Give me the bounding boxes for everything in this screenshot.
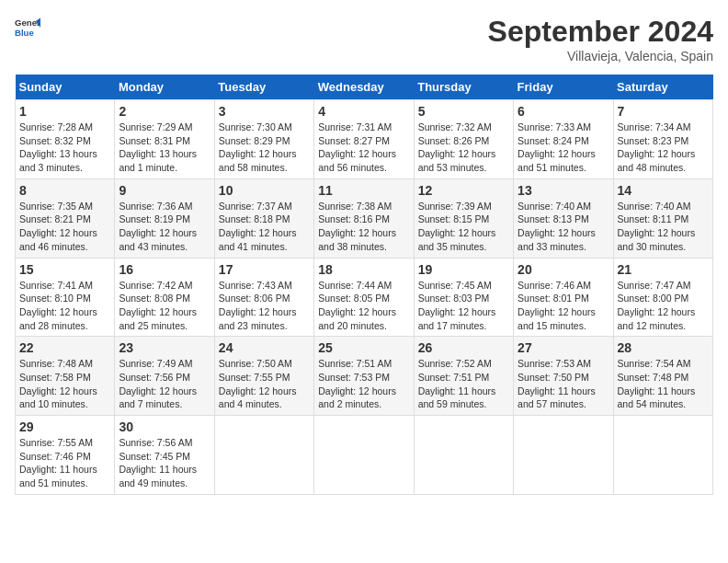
table-row: 12 Sunrise: 7:39 AM Sunset: 8:15 PM Dayl…: [414, 178, 513, 258]
col-monday: Monday: [115, 75, 214, 100]
day-info: Sunrise: 7:50 AM Sunset: 7:55 PM Dayligh…: [219, 357, 310, 411]
day-number: 15: [19, 262, 110, 277]
day-info: Sunrise: 7:46 AM Sunset: 8:01 PM Dayligh…: [518, 279, 609, 333]
month-title: September 2024: [488, 15, 713, 49]
table-row: 6 Sunrise: 7:33 AM Sunset: 8:24 PM Dayli…: [514, 100, 613, 179]
logo: General Blue: [15, 15, 40, 40]
day-number: 20: [518, 262, 609, 277]
calendar-row-4: 22 Sunrise: 7:48 AM Sunset: 7:58 PM Dayl…: [16, 337, 713, 416]
svg-text:General: General: [15, 17, 40, 28]
header-row: Sunday Monday Tuesday Wednesday Thursday…: [16, 75, 713, 100]
table-row: [414, 416, 513, 495]
day-info: Sunrise: 7:31 AM Sunset: 8:27 PM Dayligh…: [318, 121, 409, 175]
day-number: 28: [618, 340, 709, 355]
table-row: 1 Sunrise: 7:28 AM Sunset: 8:32 PM Dayli…: [16, 100, 115, 179]
table-row: 16 Sunrise: 7:42 AM Sunset: 8:08 PM Dayl…: [115, 258, 214, 337]
day-number: 4: [318, 104, 409, 119]
day-info: Sunrise: 7:44 AM Sunset: 8:05 PM Dayligh…: [318, 279, 409, 333]
table-row: 23 Sunrise: 7:49 AM Sunset: 7:56 PM Dayl…: [115, 337, 214, 416]
day-info: Sunrise: 7:42 AM Sunset: 8:08 PM Dayligh…: [119, 279, 210, 333]
day-info: Sunrise: 7:38 AM Sunset: 8:16 PM Dayligh…: [318, 200, 409, 254]
day-number: 27: [518, 340, 609, 355]
day-info: Sunrise: 7:40 AM Sunset: 8:13 PM Dayligh…: [518, 200, 609, 254]
table-row: 21 Sunrise: 7:47 AM Sunset: 8:00 PM Dayl…: [613, 258, 712, 337]
day-info: Sunrise: 7:29 AM Sunset: 8:31 PM Dayligh…: [119, 121, 210, 175]
table-row: 5 Sunrise: 7:32 AM Sunset: 8:26 PM Dayli…: [414, 100, 513, 179]
day-info: Sunrise: 7:39 AM Sunset: 8:15 PM Dayligh…: [418, 200, 509, 254]
calendar-row-3: 15 Sunrise: 7:41 AM Sunset: 8:10 PM Dayl…: [16, 258, 713, 337]
day-info: Sunrise: 7:36 AM Sunset: 8:19 PM Dayligh…: [119, 200, 210, 254]
day-number: 6: [518, 104, 609, 119]
table-row: 7 Sunrise: 7:34 AM Sunset: 8:23 PM Dayli…: [613, 100, 712, 179]
day-number: 19: [418, 262, 509, 277]
day-info: Sunrise: 7:33 AM Sunset: 8:24 PM Dayligh…: [518, 121, 609, 175]
logo-icon: General Blue: [15, 15, 40, 40]
title-block: September 2024 Villavieja, Valencia, Spa…: [488, 15, 713, 63]
day-info: Sunrise: 7:55 AM Sunset: 7:46 PM Dayligh…: [19, 436, 110, 490]
day-info: Sunrise: 7:43 AM Sunset: 8:06 PM Dayligh…: [219, 279, 310, 333]
table-row: 8 Sunrise: 7:35 AM Sunset: 8:21 PM Dayli…: [16, 178, 115, 258]
day-number: 14: [618, 183, 709, 198]
table-row: 3 Sunrise: 7:30 AM Sunset: 8:29 PM Dayli…: [214, 100, 313, 179]
day-info: Sunrise: 7:30 AM Sunset: 8:29 PM Dayligh…: [219, 121, 310, 175]
day-number: 25: [318, 340, 409, 355]
table-row: 24 Sunrise: 7:50 AM Sunset: 7:55 PM Dayl…: [214, 337, 313, 416]
day-number: 30: [119, 419, 210, 434]
col-wednesday: Wednesday: [314, 75, 414, 100]
col-saturday: Saturday: [613, 75, 712, 100]
table-row: 26 Sunrise: 7:52 AM Sunset: 7:51 PM Dayl…: [414, 337, 513, 416]
day-info: Sunrise: 7:32 AM Sunset: 8:26 PM Dayligh…: [418, 121, 509, 175]
day-info: Sunrise: 7:48 AM Sunset: 7:58 PM Dayligh…: [19, 357, 110, 411]
day-number: 17: [219, 262, 310, 277]
table-row: 30 Sunrise: 7:56 AM Sunset: 7:45 PM Dayl…: [115, 416, 214, 495]
table-row: 25 Sunrise: 7:51 AM Sunset: 7:53 PM Dayl…: [314, 337, 414, 416]
table-row: 29 Sunrise: 7:55 AM Sunset: 7:46 PM Dayl…: [16, 416, 115, 495]
page-header: General Blue September 2024 Villavieja, …: [15, 15, 713, 63]
table-row: [314, 416, 414, 495]
table-row: 14 Sunrise: 7:40 AM Sunset: 8:11 PM Dayl…: [613, 178, 712, 258]
table-row: 18 Sunrise: 7:44 AM Sunset: 8:05 PM Dayl…: [314, 258, 414, 337]
day-number: 12: [418, 183, 509, 198]
day-info: Sunrise: 7:47 AM Sunset: 8:00 PM Dayligh…: [618, 279, 709, 333]
calendar-row-2: 8 Sunrise: 7:35 AM Sunset: 8:21 PM Dayli…: [16, 178, 713, 258]
day-number: 22: [19, 340, 110, 355]
day-info: Sunrise: 7:28 AM Sunset: 8:32 PM Dayligh…: [19, 121, 110, 175]
table-row: 22 Sunrise: 7:48 AM Sunset: 7:58 PM Dayl…: [16, 337, 115, 416]
day-number: 24: [219, 340, 310, 355]
table-row: 20 Sunrise: 7:46 AM Sunset: 8:01 PM Dayl…: [514, 258, 613, 337]
col-friday: Friday: [514, 75, 613, 100]
day-info: Sunrise: 7:52 AM Sunset: 7:51 PM Dayligh…: [418, 357, 509, 411]
day-info: Sunrise: 7:35 AM Sunset: 8:21 PM Dayligh…: [19, 200, 110, 254]
day-number: 1: [19, 104, 110, 119]
col-sunday: Sunday: [16, 75, 115, 100]
day-info: Sunrise: 7:56 AM Sunset: 7:45 PM Dayligh…: [119, 436, 210, 490]
col-tuesday: Tuesday: [214, 75, 313, 100]
table-row: 9 Sunrise: 7:36 AM Sunset: 8:19 PM Dayli…: [115, 178, 214, 258]
day-number: 13: [518, 183, 609, 198]
day-number: 29: [19, 419, 110, 434]
location: Villavieja, Valencia, Spain: [488, 49, 713, 63]
calendar-row-1: 1 Sunrise: 7:28 AM Sunset: 8:32 PM Dayli…: [16, 100, 713, 179]
day-info: Sunrise: 7:40 AM Sunset: 8:11 PM Dayligh…: [618, 200, 709, 254]
table-row: 28 Sunrise: 7:54 AM Sunset: 7:48 PM Dayl…: [613, 337, 712, 416]
day-info: Sunrise: 7:53 AM Sunset: 7:50 PM Dayligh…: [518, 357, 609, 411]
day-info: Sunrise: 7:41 AM Sunset: 8:10 PM Dayligh…: [19, 279, 110, 333]
table-row: [613, 416, 712, 495]
day-number: 8: [19, 183, 110, 198]
col-thursday: Thursday: [414, 75, 513, 100]
day-number: 18: [318, 262, 409, 277]
day-number: 16: [119, 262, 210, 277]
day-info: Sunrise: 7:34 AM Sunset: 8:23 PM Dayligh…: [618, 121, 709, 175]
table-row: 2 Sunrise: 7:29 AM Sunset: 8:31 PM Dayli…: [115, 100, 214, 179]
day-number: 10: [219, 183, 310, 198]
day-number: 11: [318, 183, 409, 198]
table-row: 19 Sunrise: 7:45 AM Sunset: 8:03 PM Dayl…: [414, 258, 513, 337]
day-info: Sunrise: 7:51 AM Sunset: 7:53 PM Dayligh…: [318, 357, 409, 411]
day-number: 26: [418, 340, 509, 355]
day-number: 7: [618, 104, 709, 119]
day-info: Sunrise: 7:45 AM Sunset: 8:03 PM Dayligh…: [418, 279, 509, 333]
day-info: Sunrise: 7:49 AM Sunset: 7:56 PM Dayligh…: [119, 357, 210, 411]
day-number: 5: [418, 104, 509, 119]
calendar-table: Sunday Monday Tuesday Wednesday Thursday…: [15, 75, 713, 495]
day-number: 21: [618, 262, 709, 277]
